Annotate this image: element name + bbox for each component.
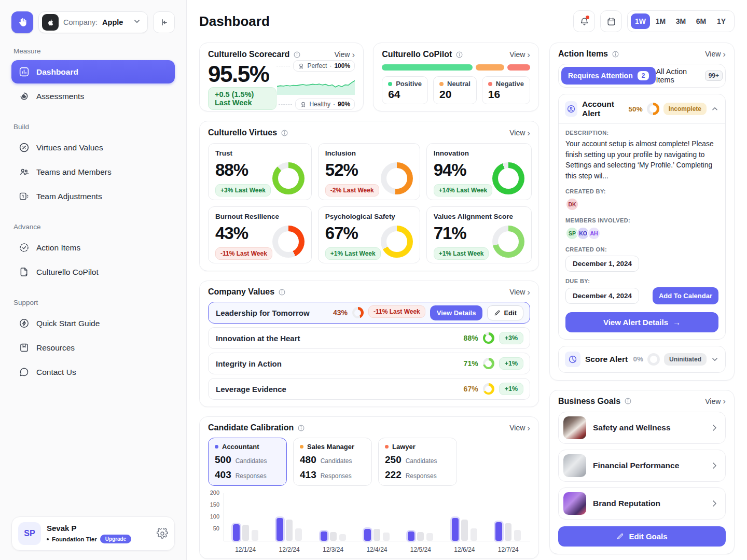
notifications-button[interactable]: [573, 10, 595, 32]
virtue-card-psychological-safety: Psychological Safety 67%+1% Last Week: [318, 206, 420, 263]
goal-thumbnail: [563, 416, 586, 439]
chevron-right-icon: ›: [527, 129, 530, 137]
range-3m[interactable]: 3M: [671, 13, 690, 29]
copilot-title: Culturello CoPilot: [382, 50, 452, 59]
psych-safety-donut: [381, 226, 413, 258]
account-alert-header[interactable]: Account Alert 50% Incomplete: [559, 94, 725, 124]
bar-lawyer: [252, 530, 258, 541]
gear-icon[interactable]: [157, 528, 168, 539]
calendar-button[interactable]: [600, 10, 622, 32]
account-alert-body: DESCRIPTION: Your account setup is almos…: [559, 124, 725, 339]
info-icon[interactable]: [297, 424, 305, 432]
pencil-icon: [616, 533, 624, 540]
range-6m[interactable]: 6M: [691, 13, 711, 29]
value-row-integrity[interactable]: Integrity in Action 71% +1%: [208, 353, 530, 374]
action-items-view-link[interactable]: View›: [705, 50, 726, 59]
info-icon[interactable]: [455, 51, 463, 59]
info-icon[interactable]: [612, 50, 619, 58]
tab-requires-attention[interactable]: Requires Attention 2: [561, 67, 656, 85]
chevron-down-icon: [133, 17, 141, 27]
alert-progress-ring: [647, 353, 660, 366]
add-to-calendar-button[interactable]: Add To Calendar: [653, 287, 718, 304]
status-badge: Uninitiated: [664, 353, 707, 366]
role-card-lawyer[interactable]: Lawyer 250Candidates 222Responses: [378, 438, 457, 486]
upgrade-button[interactable]: Upgrade: [100, 535, 132, 543]
chevron-right-icon: ›: [527, 424, 530, 432]
negative-value: 16: [488, 88, 524, 101]
top-cards-row: Culturello Scorecard View› 95.5% +0.5 (1…: [199, 43, 539, 111]
company-selector[interactable]: Company: Apple: [38, 11, 148, 33]
value-pct: 67%: [464, 385, 478, 393]
collapse-sidebar-button[interactable]: [153, 11, 175, 33]
chevron-up-icon[interactable]: [711, 105, 719, 113]
view-details-button[interactable]: View Details: [430, 305, 483, 320]
calendar-icon: [606, 17, 616, 26]
status-badge: Incomplete: [663, 103, 707, 115]
chevron-right-icon: [710, 423, 719, 432]
copilot-view-link[interactable]: View›: [509, 50, 530, 59]
view-alert-details-button[interactable]: View Alert Details →: [565, 312, 718, 332]
user-profile-card[interactable]: SP Sevak P Foundation Tier Upgrade: [11, 516, 175, 551]
goal-row-financial-performance[interactable]: Financial Performance: [558, 450, 726, 482]
y-axis-line: [224, 493, 224, 541]
bar-group: 12/6/24: [452, 493, 477, 553]
business-goals-view-link[interactable]: View›: [705, 397, 726, 405]
range-1y[interactable]: 1Y: [712, 13, 731, 29]
sidebar-item-assessments[interactable]: Assessments: [11, 85, 175, 108]
range-1m[interactable]: 1M: [651, 13, 670, 29]
sidebar-item-contact-us[interactable]: Contact Us: [11, 360, 175, 384]
edit-button[interactable]: Edit: [487, 305, 523, 320]
value-row-leadership[interactable]: Leadership for Tomorrow 43% -11% Last We…: [208, 302, 530, 324]
copilot-header: Culturello CoPilot View›: [382, 50, 530, 59]
company-values-title: Company Values: [208, 287, 274, 297]
virtue-grid: Trust 88%+3% Last Week Inclusion 52%-2% …: [208, 143, 530, 263]
goal-row-safety-and-wellness[interactable]: Safety and Wellness: [558, 412, 726, 444]
collapse-icon: [159, 18, 169, 27]
range-1w[interactable]: 1W: [631, 13, 650, 29]
business-goals-header: Business Goals View›: [558, 397, 726, 406]
score-alert-header[interactable]: Score Alert 0% Uninitiated: [559, 346, 725, 372]
bar-lawyer: [426, 533, 433, 541]
chevron-right-icon: ›: [527, 288, 530, 297]
company-values-view-link[interactable]: View›: [509, 288, 530, 297]
role-card-accountant[interactable]: Accountant 500Candidates 403Responses: [208, 438, 287, 486]
bar-sales-manager: [505, 523, 511, 541]
bar-group: 12/7/24: [495, 493, 521, 553]
tab-all-action-items[interactable]: All Action Items 99+: [656, 67, 723, 84]
value-row-innovation[interactable]: Innovation at the Heart 88% +3%: [208, 327, 530, 349]
chevron-right-icon: ›: [723, 397, 726, 405]
calibration-view-link[interactable]: View›: [509, 424, 530, 432]
sidebar-item-dashboard[interactable]: Dashboard: [11, 60, 175, 83]
sidebar-item-teams-and-members[interactable]: Teams and Members: [11, 160, 175, 184]
y-tick-label: 100: [210, 513, 219, 520]
sentiment-segment: [507, 64, 530, 71]
person-icon: [565, 101, 577, 117]
scorecard-body: 95.5% +0.5 (1.5%) Last Week Perfect·100%: [208, 60, 355, 110]
app-logo-button[interactable]: [11, 11, 33, 33]
sidebar-item-resources[interactable]: Resources: [11, 336, 175, 359]
goal-row-brand-reputation[interactable]: Brand Reputation: [558, 487, 726, 520]
sidebar-item-quick-start-guide[interactable]: Quick Start Guide: [11, 312, 175, 335]
info-icon[interactable]: [624, 397, 632, 405]
value-row-leverage[interactable]: Leverage Evidence 67% +1%: [208, 378, 530, 400]
created-by-avatars: DK: [565, 198, 718, 211]
edit-goals-button[interactable]: Edit Goals: [558, 526, 726, 547]
score-left: 95.5% +0.5 (1.5%) Last Week: [208, 60, 276, 110]
sidebar-item-team-adjustments[interactable]: Team Adjustments: [11, 185, 175, 208]
scorecard-view-link[interactable]: View›: [334, 50, 355, 59]
sidebar-item-action-items[interactable]: Action Items: [11, 236, 175, 259]
info-icon[interactable]: [281, 129, 288, 137]
sidebar-item-virtues-and-values[interactable]: Virtues and Values: [11, 136, 175, 159]
bar-accountant: [321, 531, 327, 541]
value-mini-donut: [483, 332, 494, 344]
chevron-down-icon[interactable]: [711, 355, 719, 363]
bar-lawyer: [471, 528, 477, 541]
percent-circle-icon: [19, 142, 30, 153]
virtues-view-link[interactable]: View›: [509, 129, 530, 137]
role-card-sales-manager[interactable]: Sales Manager 480Candidates 413Responses: [293, 438, 372, 486]
info-icon[interactable]: [293, 51, 301, 59]
trust-donut: [272, 162, 305, 194]
info-icon[interactable]: [278, 288, 286, 296]
due-by-date: December 4, 2024: [565, 288, 639, 304]
sidebar-item-culturello-copilot[interactable]: Culturello CoPilot: [11, 260, 175, 284]
